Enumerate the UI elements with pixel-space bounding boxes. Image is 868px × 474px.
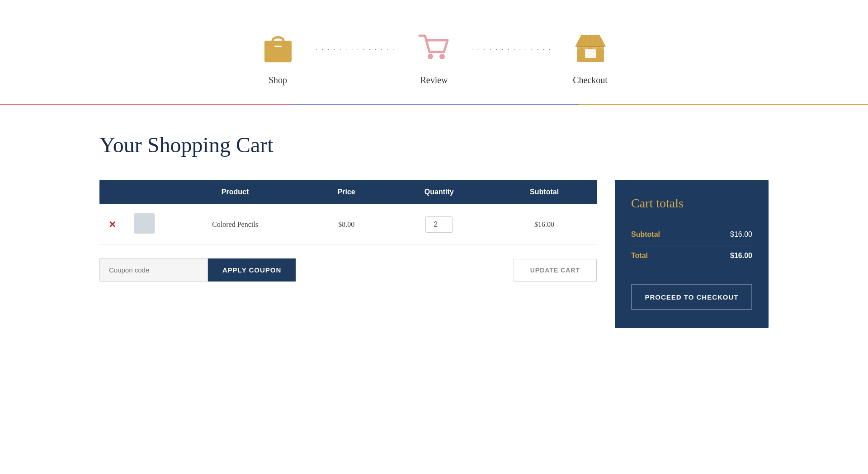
cart-actions: APPLY COUPON UPDATE CART bbox=[99, 258, 597, 282]
cart-table: Product Price Quantity Subtotal ✕ bbox=[99, 180, 597, 245]
line-purple bbox=[289, 104, 579, 105]
col-price: Price bbox=[307, 180, 386, 204]
product-thumbnail bbox=[134, 213, 155, 234]
subtotal-value: $16.00 bbox=[730, 230, 752, 239]
col-subtotal: Subtotal bbox=[492, 180, 597, 204]
quantity-input[interactable] bbox=[425, 216, 453, 233]
cart-layout: Product Price Quantity Subtotal ✕ bbox=[99, 180, 769, 328]
remove-cell[interactable]: ✕ bbox=[99, 204, 125, 245]
main-content: Your Shopping Cart Product Price Quantit… bbox=[0, 132, 868, 328]
step-review[interactable]: Review bbox=[414, 27, 454, 85]
cart-totals-title: Cart totals bbox=[631, 196, 752, 211]
total-value: $16.00 bbox=[730, 252, 752, 260]
divider bbox=[0, 103, 868, 105]
step-shop-label: Shop bbox=[269, 75, 287, 85]
cart-icon bbox=[414, 27, 454, 68]
svg-rect-0 bbox=[264, 41, 292, 62]
proceed-to-checkout-button[interactable]: PROCEED TO CHECKOUT bbox=[631, 284, 752, 310]
apply-coupon-button[interactable]: APPLY COUPON bbox=[208, 258, 296, 282]
step-shop[interactable]: Shop bbox=[258, 27, 298, 85]
svg-point-2 bbox=[428, 54, 433, 59]
step-checkout[interactable]: Checkout bbox=[570, 27, 611, 85]
total-row: Total $16.00 bbox=[631, 245, 752, 266]
cart-totals-panel: Cart totals Subtotal $16.00 Total $16.00… bbox=[615, 180, 769, 328]
step-checkout-label: Checkout bbox=[573, 75, 608, 85]
dots-2: · · · · · · · · · · · · · · bbox=[472, 47, 552, 66]
line-red bbox=[0, 104, 289, 105]
checkout-steps: Shop · · · · · · · · · · · · · · Review … bbox=[0, 0, 868, 103]
dots-1: · · · · · · · · · · · · · · bbox=[316, 47, 396, 66]
line-gold bbox=[579, 104, 868, 105]
svg-point-3 bbox=[439, 54, 445, 59]
svg-rect-1 bbox=[274, 46, 282, 47]
store-icon bbox=[570, 27, 611, 68]
quantity-cell[interactable] bbox=[386, 204, 492, 245]
coupon-section: APPLY COUPON bbox=[99, 258, 296, 282]
col-remove bbox=[99, 180, 125, 204]
total-label: Total bbox=[631, 252, 648, 260]
remove-item-button[interactable]: ✕ bbox=[108, 219, 116, 230]
product-name-cell: Colored Pencils bbox=[164, 204, 307, 245]
col-thumb bbox=[125, 180, 164, 204]
subtotal-cell: $16.00 bbox=[492, 204, 597, 245]
thumb-cell bbox=[125, 204, 164, 245]
table-row: ✕ Colored Pencils $8.00 $16.00 bbox=[99, 204, 597, 245]
cart-table-section: Product Price Quantity Subtotal ✕ bbox=[99, 180, 597, 282]
subtotal-row: Subtotal $16.00 bbox=[631, 224, 752, 245]
col-quantity: Quantity bbox=[386, 180, 492, 204]
page-title: Your Shopping Cart bbox=[99, 132, 769, 157]
table-header-row: Product Price Quantity Subtotal bbox=[99, 180, 597, 204]
coupon-input[interactable] bbox=[99, 258, 208, 282]
svg-rect-5 bbox=[585, 49, 596, 58]
step-review-label: Review bbox=[420, 75, 448, 85]
price-cell: $8.00 bbox=[307, 204, 386, 245]
bag-icon bbox=[258, 27, 298, 68]
col-product: Product bbox=[164, 180, 307, 204]
update-cart-button[interactable]: UPDATE CART bbox=[514, 259, 597, 282]
subtotal-label: Subtotal bbox=[631, 230, 660, 239]
